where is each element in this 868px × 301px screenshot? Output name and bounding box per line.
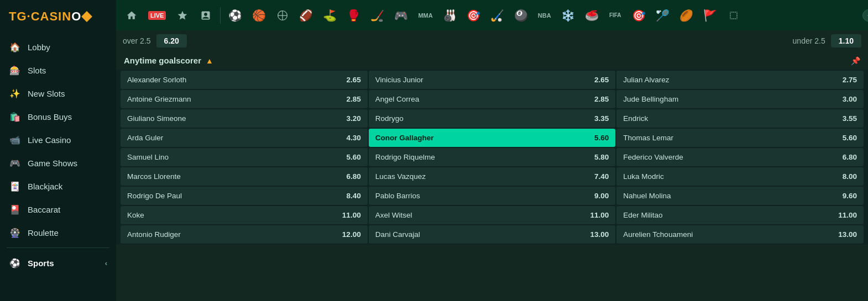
logo-diamond bbox=[81, 11, 92, 22]
odds-cell[interactable]: Nahuel Molina9.60 bbox=[616, 187, 864, 205]
odds-cell[interactable]: Julian Alvarez2.75 bbox=[616, 71, 864, 89]
player-name: Eder Militao bbox=[623, 211, 834, 219]
nav-favorites-button[interactable] bbox=[171, 7, 194, 24]
sidebar-item-sports[interactable]: ⚽ Sports ‹ bbox=[0, 251, 116, 274]
odds-cell[interactable]: Eder Militao11.00 bbox=[616, 206, 864, 224]
nav-target-button[interactable]: 🎯 bbox=[628, 6, 650, 25]
player-name: Luka Modric bbox=[623, 172, 838, 181]
odds-value: 11.00 bbox=[590, 211, 609, 219]
player-name: Conor Gallagher bbox=[375, 134, 590, 142]
player-name: Angel Correa bbox=[375, 95, 590, 103]
player-name: Dani Carvajal bbox=[375, 230, 586, 239]
odds-value: 13.00 bbox=[590, 230, 609, 239]
player-name: Thomas Lemar bbox=[623, 134, 838, 142]
odds-cell[interactable]: Marcos Llorente6.80 bbox=[121, 167, 368, 186]
nav-billiards-button[interactable]: 🎱 bbox=[510, 6, 532, 25]
sidebar-item-label: Lobby bbox=[28, 43, 50, 52]
nav-hockey-button[interactable]: 🏒 bbox=[366, 6, 389, 25]
roulette-icon: 🎡 bbox=[9, 226, 21, 239]
nav-betslip-button[interactable] bbox=[195, 7, 217, 24]
sidebar-item-slots[interactable]: 🎰 Slots bbox=[0, 59, 116, 82]
nav-esports-button[interactable]: 🎮 bbox=[390, 6, 412, 25]
nav-flag-button[interactable]: 🚩 bbox=[699, 6, 721, 25]
under-section: under 2.5 1.10 bbox=[793, 34, 861, 47]
nav-live-button[interactable]: LIVE bbox=[144, 8, 170, 23]
sidebar-item-blackjack[interactable]: 🃏 Blackjack bbox=[0, 175, 116, 198]
odds-cell[interactable]: Antoine Griezmann2.85 bbox=[121, 90, 368, 108]
sidebar-item-bonus-buys[interactable]: 🛍️ Bonus Buys bbox=[0, 105, 116, 128]
odds-cell[interactable]: Jude Bellingham3.00 bbox=[616, 90, 864, 108]
odds-value: 3.35 bbox=[594, 114, 609, 123]
new-slots-icon: ✨ bbox=[9, 87, 21, 99]
nav-golf-button[interactable]: ⛳ bbox=[318, 6, 341, 25]
odds-cell[interactable]: Lucas Vazquez7.40 bbox=[369, 167, 616, 186]
odds-cell[interactable]: Angel Correa2.85 bbox=[369, 90, 616, 108]
odds-value: 2.75 bbox=[843, 76, 857, 84]
player-name: Federico Valverde bbox=[623, 153, 838, 161]
main-wrapper: ‹ LIVE ⚽ 🏀 🏈 ⛳ 🥊 🏒 🎮 MMA 🎳 🎯 🏑 bbox=[116, 0, 868, 301]
odds-cell[interactable]: Vinicius Junior2.65 bbox=[369, 71, 616, 89]
nav-fieldhockey-button[interactable]: 🏑 bbox=[486, 6, 509, 25]
logo-text: TG·CASINO bbox=[9, 9, 81, 24]
odds-cell[interactable]: Rodrigo Riquelme5.80 bbox=[369, 148, 616, 166]
odds-cell[interactable]: Samuel Lino5.60 bbox=[121, 148, 368, 166]
odds-cell[interactable]: Conor Gallagher5.60 bbox=[369, 129, 616, 147]
nav-ice-button[interactable]: 🥌 bbox=[581, 6, 603, 25]
odds-cell[interactable]: Thomas Lemar5.60 bbox=[616, 129, 864, 147]
slots-icon: 🎰 bbox=[9, 64, 21, 76]
nav-rugby-button[interactable]: 🏉 bbox=[675, 6, 698, 25]
over-section: over 2.5 6.20 bbox=[123, 34, 187, 47]
odds-value: 5.60 bbox=[346, 153, 360, 161]
nav-winter-button[interactable]: ❄️ bbox=[557, 6, 579, 25]
live-casino-icon: 📹 bbox=[9, 134, 21, 146]
odds-cell[interactable]: Dani Carvajal13.00 bbox=[369, 225, 616, 244]
odds-cell[interactable]: Luka Modric8.00 bbox=[616, 167, 864, 186]
nav-darts-button[interactable]: 🎯 bbox=[462, 6, 485, 25]
under-value[interactable]: 1.10 bbox=[831, 34, 861, 47]
odds-cell[interactable]: Koke11.00 bbox=[121, 206, 368, 224]
odds-cell[interactable]: Arda Guler4.30 bbox=[121, 129, 368, 147]
player-name: Nahuel Molina bbox=[623, 192, 838, 200]
nav-fifa-button[interactable]: FIFA bbox=[604, 9, 626, 22]
odds-cell[interactable]: Endrick3.55 bbox=[616, 109, 864, 128]
odds-cell[interactable]: Federico Valverde6.80 bbox=[616, 148, 864, 166]
player-name: Julian Alvarez bbox=[623, 76, 838, 84]
nav-basketball2-button[interactable] bbox=[271, 7, 294, 24]
nav-badminton-button[interactable]: 🏸 bbox=[651, 6, 674, 25]
nav-home-button[interactable] bbox=[121, 7, 143, 24]
over-value[interactable]: 6.20 bbox=[156, 34, 187, 47]
sidebar-item-baccarat[interactable]: 🎴 Baccarat bbox=[0, 198, 116, 221]
odds-value: 2.65 bbox=[346, 76, 360, 84]
bonus-buys-icon: 🛍️ bbox=[9, 110, 21, 123]
sidebar-item-roulette[interactable]: 🎡 Roulette bbox=[0, 221, 116, 244]
sidebar-item-new-slots[interactable]: ✨ New Slots bbox=[0, 82, 116, 105]
odds-value: 5.60 bbox=[594, 134, 609, 142]
odds-cell[interactable]: Antonio Rudiger12.00 bbox=[121, 225, 368, 244]
sidebar-item-lobby[interactable]: 🏠 Lobby bbox=[0, 35, 116, 59]
sidebar-item-game-shows[interactable]: 🎮 Game Shows bbox=[0, 151, 116, 175]
odds-cell[interactable]: Axel Witsel11.00 bbox=[369, 206, 616, 224]
baccarat-icon: 🎴 bbox=[9, 203, 21, 215]
odds-cell[interactable]: Rodrygo3.35 bbox=[369, 109, 616, 128]
nav-basketball-button[interactable]: 🏀 bbox=[248, 6, 270, 25]
sidebar-item-live-casino[interactable]: 📹 Live Casino bbox=[0, 128, 116, 151]
nav-bowling-button[interactable]: 🎳 bbox=[438, 6, 461, 25]
nav-mma-button[interactable]: MMA bbox=[414, 9, 437, 22]
player-name: Arda Guler bbox=[127, 134, 342, 142]
nav-soccer-button[interactable]: ⚽ bbox=[224, 6, 247, 25]
nav-boxing-button[interactable]: 🥊 bbox=[342, 6, 365, 25]
odds-cell[interactable]: Aurelien Tchouameni13.00 bbox=[616, 225, 864, 244]
sidebar-collapse-button[interactable]: ‹ bbox=[862, 9, 868, 22]
nav-football-button[interactable]: 🏈 bbox=[295, 6, 317, 25]
nav-nba-button[interactable]: NBA bbox=[534, 9, 556, 22]
odds-cell[interactable]: Giuliano Simeone3.20 bbox=[121, 109, 368, 128]
odds-cell[interactable]: Alexander Sorloth2.65 bbox=[121, 71, 368, 89]
odds-value: 6.80 bbox=[843, 153, 857, 161]
player-name: Aurelien Tchouameni bbox=[623, 230, 834, 239]
sidebar-item-label: Blackjack bbox=[28, 182, 62, 191]
sort-icon[interactable]: ▲ bbox=[206, 56, 213, 65]
pin-icon[interactable]: 📌 bbox=[851, 56, 860, 65]
odds-cell[interactable]: Pablo Barrios9.00 bbox=[369, 187, 616, 205]
nav-extra-button[interactable] bbox=[723, 7, 745, 24]
odds-cell[interactable]: Rodrigo De Paul8.40 bbox=[121, 187, 368, 205]
